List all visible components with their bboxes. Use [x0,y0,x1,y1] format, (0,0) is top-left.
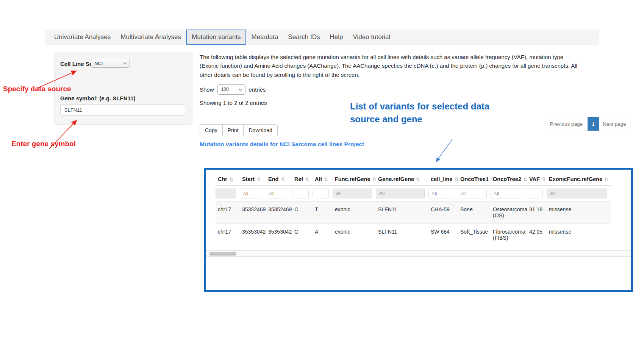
col-header-label: ExonicFunc.refGene [549,176,602,182]
col-header-func-refgene[interactable]: Func.refGene⇅ [333,172,376,186]
filter-input-start[interactable] [240,189,262,198]
col-header-oncotree2[interactable]: OncoTree2⇅ [491,172,527,186]
cell-end: 35353042 [266,224,292,246]
col-header-gene-refgene[interactable]: Gene.refGene⇅ [376,172,428,186]
col-header-label: VAF [529,176,540,182]
cell-cell-line: SW 684 [428,224,458,246]
filter-input-ref[interactable] [292,189,309,198]
col-header-oncotree1[interactable]: OncoTree1⇅ [458,172,491,186]
cell-start: 35353042 [240,224,266,246]
col-header-label: Chr [218,176,227,182]
page-length-select[interactable]: 100 [217,84,245,95]
col-header-vaf[interactable]: VAF⇅ [527,172,547,186]
pagination: Previous page 1 Next page [545,117,630,131]
cell-alt: T [313,201,333,224]
download-button[interactable]: Download [243,124,277,136]
current-page-button[interactable]: 1 [588,117,599,131]
filter-select-gene-refgene[interactable]: All [376,189,425,198]
col-header-exonicfunc-refgene[interactable]: ExonicFunc.refGene⇅ [547,172,611,186]
annotation-enter-gene-symbol: Enter gene symbol [11,140,76,148]
page-length-control: Show 100 entries [200,84,266,95]
sort-icon: ⇅ [454,176,458,182]
tab-univariate-analyses[interactable]: Univariate Analyses [49,30,116,45]
annotation-list-of-variants: List of variants for selected data sourc… [350,100,502,126]
sort-icon: ⇅ [324,176,328,182]
col-header-label: Start [242,176,255,182]
sort-icon: ⇅ [604,176,608,182]
sort-icon: ⇅ [523,176,527,182]
filter-input-oncotree2[interactable] [491,189,523,198]
tab-mutation-variants[interactable]: Mutation variants [186,30,246,45]
table-row[interactable]: chr17 35353042 35353042 G A exonic SLFN1… [216,224,611,246]
input-panel: Cell Line Set NCI Gene symbol: (e.g. SLF… [54,52,192,125]
cell-line-set-label: Cell Line Set [60,61,94,67]
col-header-label: OncoTree1 [460,176,489,182]
cell-ref: C [292,201,313,224]
cell-line-set-select[interactable]: NCI [91,59,130,68]
previous-page-button[interactable]: Previous page [545,117,588,131]
tab-multivariate-analyses[interactable]: Multivariate Analyses [116,30,186,45]
copy-button[interactable]: Copy [200,124,223,136]
page-length-value: 100 [221,87,229,92]
cell-vaf: 42.05 [527,224,547,246]
horizontal-scrollbar[interactable] [206,250,631,257]
annotation-specify-data-source: Specify data source [3,85,71,93]
cell-oncotree2: Fibrosarcoma (FIBS) [491,224,527,246]
filter-input-cell-line[interactable] [428,189,454,198]
col-header-label: OncoTree2 [493,176,521,182]
blue-arrow-to-table [436,139,452,161]
cell-oncotree1: Bone [458,201,491,224]
chevron-down-icon [238,87,242,90]
filter-select-func-refgene[interactable]: All [333,189,372,198]
filter-input-end[interactable] [266,189,288,198]
cell-chr: chr17 [216,224,240,246]
filter-select-exonicfunc-refgene[interactable]: All [547,189,607,198]
cell-chr: chr17 [216,201,240,224]
tab-help[interactable]: Help [325,30,348,45]
filter-row: All All All [216,186,611,201]
next-page-button[interactable]: Next page [599,117,630,131]
header-row: Chr⇅ Start⇅ End⇅ Ref⇅ Alt⇅ Func.refGene⇅… [216,172,611,186]
sort-icon: ⇅ [416,176,420,182]
tab-video-tutorial[interactable]: Video tutorial [348,30,395,45]
cell-exonicfunc: missense [547,224,611,246]
variants-table-container: Chr⇅ Start⇅ End⇅ Ref⇅ Alt⇅ Func.refGene⇅… [204,168,633,292]
show-label: Show [200,86,214,93]
tab-metadata[interactable]: Metadata [246,30,283,45]
sort-icon: ⇅ [372,176,376,182]
table-row[interactable]: chr17 35352469 35352469 C T exonic SLFN1… [216,201,611,224]
col-header-label: Func.refGene [335,176,370,182]
col-header-label: cell_line [431,176,452,182]
print-button[interactable]: Print [222,124,244,136]
gene-symbol-input[interactable] [60,104,185,115]
entries-label: entries [249,86,266,93]
tab-search-ids[interactable]: Search IDs [283,30,325,45]
col-header-label: Alt [315,176,322,182]
col-header-label: End [268,176,278,182]
page-description: The following table displays the selecte… [200,53,578,79]
cell-func-refgene: exonic [333,224,376,246]
table-caption-link[interactable]: Mutation variants details for NCI Sarcom… [200,141,364,148]
col-header-ref[interactable]: Ref⇅ [292,172,313,186]
filter-input-alt[interactable] [313,189,329,198]
cell-oncotree1: Soft_Tissue [458,224,491,246]
export-button-group: Copy Print Download [200,124,278,136]
cell-end: 35352469 [266,201,292,224]
col-header-alt[interactable]: Alt⇅ [313,172,333,186]
cell-gene-refgene: SLFN11 [376,224,428,246]
filter-select-chr[interactable] [216,189,236,198]
col-header-label: Gene.refGene [378,176,414,182]
col-header-chr[interactable]: Chr⇅ [216,172,240,186]
filter-input-oncotree1[interactable] [458,189,487,198]
sort-icon: ⇅ [542,176,546,182]
col-header-label: Ref [294,176,303,182]
cell-exonicfunc: missense [547,201,611,224]
col-header-cell-line[interactable]: cell_line⇅ [428,172,458,186]
sort-icon: ⇅ [280,176,284,182]
scrollbar-thumb[interactable] [209,252,236,256]
col-header-end[interactable]: End⇅ [266,172,292,186]
filter-input-vaf[interactable] [527,189,543,198]
cell-line-set-value: NCI [94,61,103,66]
cell-gene-refgene: SLFN11 [376,201,428,224]
col-header-start[interactable]: Start⇅ [240,172,266,186]
